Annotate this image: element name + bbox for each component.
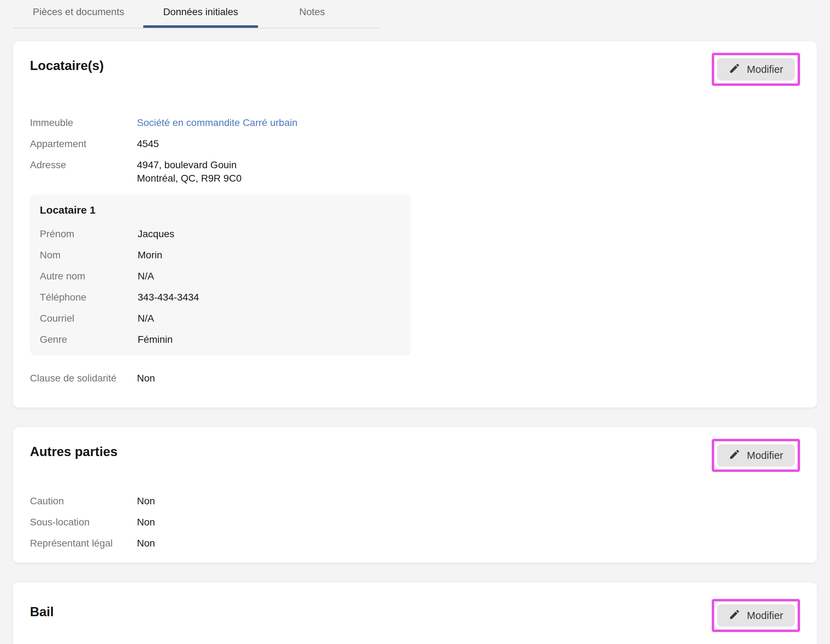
pencil-icon bbox=[729, 448, 741, 463]
tab-donnees-initiales[interactable]: Données initiales bbox=[143, 0, 258, 28]
field-row-genre: Genre Féminin bbox=[40, 333, 401, 346]
autres-parties-title: Autres parties bbox=[30, 444, 117, 460]
field-value: Féminin bbox=[138, 333, 173, 346]
field-value: Non bbox=[137, 516, 155, 529]
field-value: Jacques bbox=[138, 227, 174, 241]
field-value: N/A bbox=[138, 312, 154, 325]
field-label: Genre bbox=[40, 333, 138, 346]
field-label: Caution bbox=[30, 494, 137, 508]
tab-pieces-et-documents[interactable]: Pièces et documents bbox=[14, 0, 143, 28]
field-label: Courriel bbox=[40, 312, 138, 325]
field-value: 4545 bbox=[137, 137, 159, 150]
field-value: 4947, boulevard Gouin Montréal, QC, R9R … bbox=[137, 158, 241, 185]
modifier-button-label: Modifier bbox=[747, 610, 783, 622]
field-label: Téléphone bbox=[40, 291, 138, 304]
field-label: Appartement bbox=[30, 137, 137, 150]
field-row-courriel: Courriel N/A bbox=[40, 312, 401, 325]
bail-card: Bail Modifier bbox=[13, 582, 817, 644]
field-row-autre-nom: Autre nom N/A bbox=[40, 269, 401, 283]
field-label: Prénom bbox=[40, 227, 138, 241]
address-line-2: Montréal, QC, R9R 9C0 bbox=[137, 172, 241, 185]
tab-bar: Pièces et documents Données initiales No… bbox=[14, 0, 379, 28]
modifier-button-label: Modifier bbox=[747, 64, 783, 75]
pencil-icon bbox=[729, 62, 741, 77]
field-value: Morin bbox=[138, 248, 162, 262]
field-row-sous-location: Sous-location Non bbox=[30, 516, 800, 529]
locataires-card-header: Locataire(s) Modifier bbox=[30, 58, 800, 86]
field-label: Clause de solidarité bbox=[30, 372, 137, 385]
field-row-representant-legal: Représentant légal Non bbox=[30, 536, 800, 550]
locataires-card: Locataire(s) Modifier Immeuble Société e… bbox=[13, 41, 817, 408]
field-row-immeuble: Immeuble Société en commandite Carré urb… bbox=[30, 116, 800, 130]
field-label: Représentant légal bbox=[30, 536, 137, 550]
annotation-highlight-box: Modifier bbox=[712, 53, 800, 86]
field-row-adresse: Adresse 4947, boulevard Gouin Montréal, … bbox=[30, 158, 800, 185]
modifier-bail-button[interactable]: Modifier bbox=[717, 604, 795, 627]
field-row-caution: Caution Non bbox=[30, 494, 800, 508]
modifier-button-label: Modifier bbox=[747, 450, 783, 461]
bail-title: Bail bbox=[30, 604, 54, 620]
locataire-1-title: Locataire 1 bbox=[40, 203, 401, 217]
field-value: Non bbox=[137, 372, 155, 385]
modifier-locataires-button[interactable]: Modifier bbox=[717, 58, 795, 81]
field-row-telephone: Téléphone 343-434-3434 bbox=[40, 291, 401, 304]
locataires-title: Locataire(s) bbox=[30, 58, 104, 74]
annotation-highlight-box: Modifier bbox=[712, 439, 800, 472]
modifier-autres-parties-button[interactable]: Modifier bbox=[717, 444, 795, 467]
field-row-nom: Nom Morin bbox=[40, 248, 401, 262]
field-label: Sous-location bbox=[30, 516, 137, 529]
field-row-clause-solidarite: Clause de solidarité Non bbox=[30, 372, 800, 385]
field-label: Nom bbox=[40, 248, 138, 262]
tab-notes[interactable]: Notes bbox=[258, 0, 366, 28]
field-label: Autre nom bbox=[40, 269, 138, 283]
field-value: Non bbox=[137, 536, 155, 550]
immeuble-link[interactable]: Société en commandite Carré urbain bbox=[137, 116, 298, 130]
field-row-prenom: Prénom Jacques bbox=[40, 227, 401, 241]
field-value: N/A bbox=[138, 269, 154, 283]
pencil-icon bbox=[729, 608, 741, 623]
autres-parties-card: Autres parties Modifier Caution Non Sous… bbox=[13, 427, 817, 563]
field-label: Adresse bbox=[30, 158, 137, 185]
bail-card-header: Bail Modifier bbox=[30, 604, 800, 632]
field-label: Immeuble bbox=[30, 116, 137, 130]
field-row-appartement: Appartement 4545 bbox=[30, 137, 800, 150]
field-value: 343-434-3434 bbox=[138, 291, 199, 304]
address-line-1: 4947, boulevard Gouin bbox=[137, 158, 241, 172]
annotation-highlight-box: Modifier bbox=[712, 599, 800, 632]
locataire-1-card: Locataire 1 Prénom Jacques Nom Morin Aut… bbox=[30, 194, 411, 355]
autres-parties-card-header: Autres parties Modifier bbox=[30, 444, 800, 472]
field-value: Non bbox=[137, 494, 155, 508]
